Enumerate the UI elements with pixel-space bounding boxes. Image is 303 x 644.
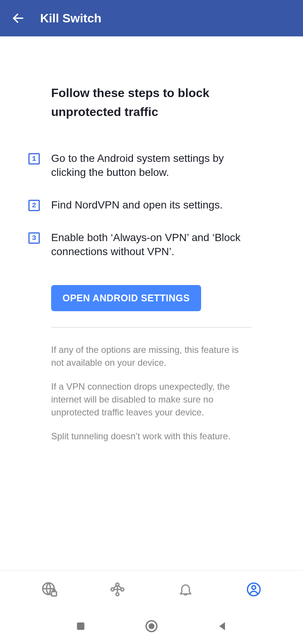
svg-point-6 [116,592,119,595]
back-button[interactable] [11,11,25,25]
bottom-nav [0,570,303,608]
content-area: Follow these steps to block unprotected … [0,36,303,443]
system-nav-bar [0,608,303,644]
svg-point-4 [111,588,114,591]
svg-rect-2 [52,591,56,596]
open-android-settings-button[interactable]: OPEN ANDROID SETTINGS [51,285,201,311]
nav-account[interactable] [244,580,263,599]
svg-point-3 [116,583,119,586]
svg-point-15 [148,623,155,629]
system-recent-button[interactable] [73,619,88,634]
svg-rect-13 [77,622,85,630]
step-number-badge: 1 [28,153,40,165]
square-icon [76,621,86,631]
step-number-badge: 2 [28,200,40,211]
svg-line-10 [119,586,121,588]
bell-icon [178,582,193,597]
step-item: 1 Go to the Android system settings by c… [28,152,252,179]
app-bar: Kill Switch [0,0,303,36]
svg-point-5 [121,588,124,591]
svg-point-12 [252,586,256,589]
arrow-left-icon [11,11,25,25]
nav-notifications[interactable] [176,580,195,599]
system-back-button[interactable] [215,619,230,634]
step-item: 3 Enable both ‘Always-on VPN’ and ‘Block… [28,231,252,259]
page-title: Kill Switch [40,11,102,25]
svg-line-9 [114,586,116,588]
nav-globe-lock[interactable] [40,580,59,599]
mesh-icon [109,581,126,598]
steps-list: 1 Go to the Android system settings by c… [28,152,252,259]
step-number-badge: 3 [28,232,40,244]
divider [51,327,252,327]
nav-mesh[interactable] [108,580,127,599]
step-text: Enable both ‘Always-on VPN’ and ‘Block c… [51,231,252,259]
triangle-left-icon [217,621,228,631]
circle-icon [145,620,158,633]
main-heading: Follow these steps to block unprotected … [51,84,252,121]
step-text: Go to the Android system settings by cli… [51,152,252,179]
step-text: Find NordVPN and open its settings. [51,198,223,212]
note-text: If any of the options are missing, this … [51,343,252,369]
note-text: Split tunneling doesn’t work with this f… [51,430,252,443]
note-text: If a VPN connection drops unexpectedly, … [51,380,252,418]
globe-lock-icon [41,581,58,598]
step-item: 2 Find NordVPN and open its settings. [28,198,252,212]
system-home-button[interactable] [144,619,159,634]
account-icon [246,582,261,597]
